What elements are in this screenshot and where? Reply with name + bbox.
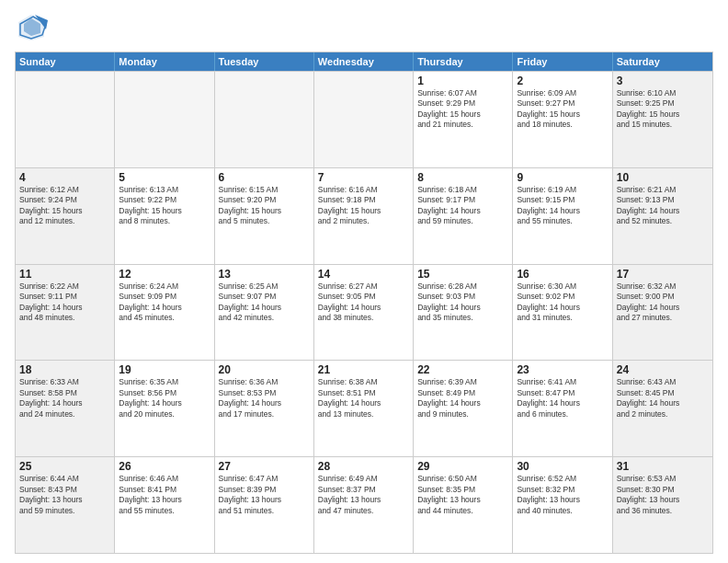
day-header-thursday: Thursday bbox=[414, 52, 513, 71]
day-number: 30 bbox=[517, 460, 608, 473]
day-header-friday: Friday bbox=[513, 52, 612, 71]
cell-info: Sunrise: 6:24 AM Sunset: 9:09 PM Dayligh… bbox=[119, 282, 210, 324]
calendar-week-5: 25Sunrise: 6:44 AM Sunset: 8:43 PM Dayli… bbox=[16, 456, 712, 553]
calendar-cell-day-20: 20Sunrise: 6:36 AM Sunset: 8:53 PM Dayli… bbox=[215, 361, 314, 456]
calendar-cell-day-12: 12Sunrise: 6:24 AM Sunset: 9:09 PM Dayli… bbox=[115, 265, 214, 361]
calendar-cell-day-13: 13Sunrise: 6:25 AM Sunset: 9:07 PM Dayli… bbox=[215, 265, 314, 361]
day-number: 16 bbox=[517, 268, 608, 281]
cell-info: Sunrise: 6:53 AM Sunset: 8:30 PM Dayligh… bbox=[617, 474, 709, 516]
cell-info: Sunrise: 6:46 AM Sunset: 8:41 PM Dayligh… bbox=[119, 474, 210, 516]
calendar-cell-day-11: 11Sunrise: 6:22 AM Sunset: 9:11 PM Dayli… bbox=[16, 265, 115, 361]
day-number: 6 bbox=[219, 171, 310, 184]
day-number: 22 bbox=[417, 363, 508, 376]
calendar-cell-day-3: 3Sunrise: 6:10 AM Sunset: 9:25 PM Daylig… bbox=[613, 72, 712, 167]
logo-icon bbox=[15, 11, 48, 44]
day-number: 3 bbox=[617, 75, 709, 87]
cell-info: Sunrise: 6:19 AM Sunset: 9:15 PM Dayligh… bbox=[517, 185, 608, 227]
calendar-cell-day-19: 19Sunrise: 6:35 AM Sunset: 8:56 PM Dayli… bbox=[115, 361, 214, 456]
calendar-cell-empty bbox=[115, 72, 214, 167]
calendar-cell-empty bbox=[16, 72, 115, 167]
cell-info: Sunrise: 6:21 AM Sunset: 9:13 PM Dayligh… bbox=[617, 185, 709, 227]
cell-info: Sunrise: 6:49 AM Sunset: 8:37 PM Dayligh… bbox=[318, 474, 409, 516]
header bbox=[15, 11, 713, 44]
cell-info: Sunrise: 6:36 AM Sunset: 8:53 PM Dayligh… bbox=[219, 377, 310, 419]
logo bbox=[15, 11, 53, 44]
calendar-cell-day-24: 24Sunrise: 6:43 AM Sunset: 8:45 PM Dayli… bbox=[613, 361, 712, 456]
day-number: 18 bbox=[19, 363, 110, 376]
cell-info: Sunrise: 6:50 AM Sunset: 8:35 PM Dayligh… bbox=[417, 474, 508, 516]
day-header-sunday: Sunday bbox=[16, 52, 115, 71]
day-number: 9 bbox=[517, 171, 608, 184]
day-number: 14 bbox=[318, 268, 409, 281]
day-number: 1 bbox=[417, 75, 508, 87]
day-number: 29 bbox=[417, 460, 508, 473]
day-number: 8 bbox=[417, 171, 508, 184]
calendar-cell-day-21: 21Sunrise: 6:38 AM Sunset: 8:51 PM Dayli… bbox=[314, 361, 414, 456]
cell-info: Sunrise: 6:15 AM Sunset: 9:20 PM Dayligh… bbox=[219, 185, 310, 227]
cell-info: Sunrise: 6:13 AM Sunset: 9:22 PM Dayligh… bbox=[119, 185, 210, 227]
cell-info: Sunrise: 6:44 AM Sunset: 8:43 PM Dayligh… bbox=[19, 474, 110, 516]
cell-info: Sunrise: 6:41 AM Sunset: 8:47 PM Dayligh… bbox=[517, 377, 608, 419]
calendar-cell-day-22: 22Sunrise: 6:39 AM Sunset: 8:49 PM Dayli… bbox=[414, 361, 513, 456]
calendar-cell-day-9: 9Sunrise: 6:19 AM Sunset: 9:15 PM Daylig… bbox=[513, 168, 612, 264]
calendar-cell-day-6: 6Sunrise: 6:15 AM Sunset: 9:20 PM Daylig… bbox=[215, 168, 314, 264]
cell-info: Sunrise: 6:35 AM Sunset: 8:56 PM Dayligh… bbox=[119, 377, 210, 419]
day-header-tuesday: Tuesday bbox=[215, 52, 314, 71]
calendar-cell-empty bbox=[215, 72, 314, 167]
calendar-cell-day-15: 15Sunrise: 6:28 AM Sunset: 9:03 PM Dayli… bbox=[414, 265, 513, 361]
cell-info: Sunrise: 6:52 AM Sunset: 8:32 PM Dayligh… bbox=[517, 474, 608, 516]
cell-info: Sunrise: 6:25 AM Sunset: 9:07 PM Dayligh… bbox=[219, 282, 310, 324]
calendar-cell-day-18: 18Sunrise: 6:33 AM Sunset: 8:58 PM Dayli… bbox=[16, 361, 115, 456]
calendar-week-3: 11Sunrise: 6:22 AM Sunset: 9:11 PM Dayli… bbox=[16, 264, 712, 361]
cell-info: Sunrise: 6:27 AM Sunset: 9:05 PM Dayligh… bbox=[318, 282, 409, 324]
day-number: 12 bbox=[119, 268, 210, 281]
day-number: 7 bbox=[318, 171, 409, 184]
cell-info: Sunrise: 6:28 AM Sunset: 9:03 PM Dayligh… bbox=[417, 282, 508, 324]
day-number: 28 bbox=[318, 460, 409, 473]
cell-info: Sunrise: 6:33 AM Sunset: 8:58 PM Dayligh… bbox=[19, 377, 110, 419]
calendar-week-1: 1Sunrise: 6:07 AM Sunset: 9:29 PM Daylig… bbox=[16, 71, 712, 167]
day-number: 2 bbox=[517, 75, 608, 87]
cell-info: Sunrise: 6:07 AM Sunset: 9:29 PM Dayligh… bbox=[417, 88, 508, 131]
calendar: SundayMondayTuesdayWednesdayThursdayFrid… bbox=[15, 52, 713, 554]
calendar-cell-day-10: 10Sunrise: 6:21 AM Sunset: 9:13 PM Dayli… bbox=[613, 168, 712, 264]
cell-info: Sunrise: 6:39 AM Sunset: 8:49 PM Dayligh… bbox=[417, 377, 508, 419]
calendar-cell-day-28: 28Sunrise: 6:49 AM Sunset: 8:37 PM Dayli… bbox=[314, 457, 414, 553]
day-number: 20 bbox=[219, 363, 310, 376]
calendar-week-2: 4Sunrise: 6:12 AM Sunset: 9:24 PM Daylig… bbox=[16, 167, 712, 264]
calendar-cell-day-14: 14Sunrise: 6:27 AM Sunset: 9:05 PM Dayli… bbox=[314, 265, 414, 361]
day-number: 11 bbox=[19, 268, 110, 281]
day-number: 10 bbox=[617, 171, 709, 184]
calendar-cell-day-1: 1Sunrise: 6:07 AM Sunset: 9:29 PM Daylig… bbox=[414, 72, 513, 167]
calendar-cell-day-7: 7Sunrise: 6:16 AM Sunset: 9:18 PM Daylig… bbox=[314, 168, 414, 264]
day-number: 13 bbox=[219, 268, 310, 281]
calendar-cell-day-8: 8Sunrise: 6:18 AM Sunset: 9:17 PM Daylig… bbox=[414, 168, 513, 264]
calendar-cell-day-2: 2Sunrise: 6:09 AM Sunset: 9:27 PM Daylig… bbox=[513, 72, 612, 167]
calendar-header: SundayMondayTuesdayWednesdayThursdayFrid… bbox=[16, 52, 712, 71]
cell-info: Sunrise: 6:18 AM Sunset: 9:17 PM Dayligh… bbox=[417, 185, 508, 227]
calendar-cell-day-5: 5Sunrise: 6:13 AM Sunset: 9:22 PM Daylig… bbox=[115, 168, 214, 264]
calendar-cell-day-27: 27Sunrise: 6:47 AM Sunset: 8:39 PM Dayli… bbox=[215, 457, 314, 553]
cell-info: Sunrise: 6:47 AM Sunset: 8:39 PM Dayligh… bbox=[219, 474, 310, 516]
calendar-cell-day-25: 25Sunrise: 6:44 AM Sunset: 8:43 PM Dayli… bbox=[16, 457, 115, 553]
day-number: 23 bbox=[517, 363, 608, 376]
day-number: 15 bbox=[417, 268, 508, 281]
calendar-cell-day-17: 17Sunrise: 6:32 AM Sunset: 9:00 PM Dayli… bbox=[613, 265, 712, 361]
cell-info: Sunrise: 6:30 AM Sunset: 9:02 PM Dayligh… bbox=[517, 282, 608, 324]
cell-info: Sunrise: 6:16 AM Sunset: 9:18 PM Dayligh… bbox=[318, 185, 409, 227]
calendar-cell-day-31: 31Sunrise: 6:53 AM Sunset: 8:30 PM Dayli… bbox=[613, 457, 712, 553]
day-number: 17 bbox=[617, 268, 709, 281]
cell-info: Sunrise: 6:22 AM Sunset: 9:11 PM Dayligh… bbox=[19, 282, 110, 324]
day-header-monday: Monday bbox=[115, 52, 214, 71]
day-header-wednesday: Wednesday bbox=[314, 52, 414, 71]
cell-info: Sunrise: 6:43 AM Sunset: 8:45 PM Dayligh… bbox=[617, 377, 709, 419]
calendar-cell-day-29: 29Sunrise: 6:50 AM Sunset: 8:35 PM Dayli… bbox=[414, 457, 513, 553]
day-number: 5 bbox=[119, 171, 210, 184]
cell-info: Sunrise: 6:32 AM Sunset: 9:00 PM Dayligh… bbox=[617, 282, 709, 324]
day-number: 25 bbox=[19, 460, 110, 473]
calendar-body: 1Sunrise: 6:07 AM Sunset: 9:29 PM Daylig… bbox=[16, 71, 712, 553]
day-header-saturday: Saturday bbox=[613, 52, 712, 71]
cell-info: Sunrise: 6:38 AM Sunset: 8:51 PM Dayligh… bbox=[318, 377, 409, 419]
cell-info: Sunrise: 6:09 AM Sunset: 9:27 PM Dayligh… bbox=[517, 88, 608, 131]
day-number: 31 bbox=[617, 460, 709, 473]
